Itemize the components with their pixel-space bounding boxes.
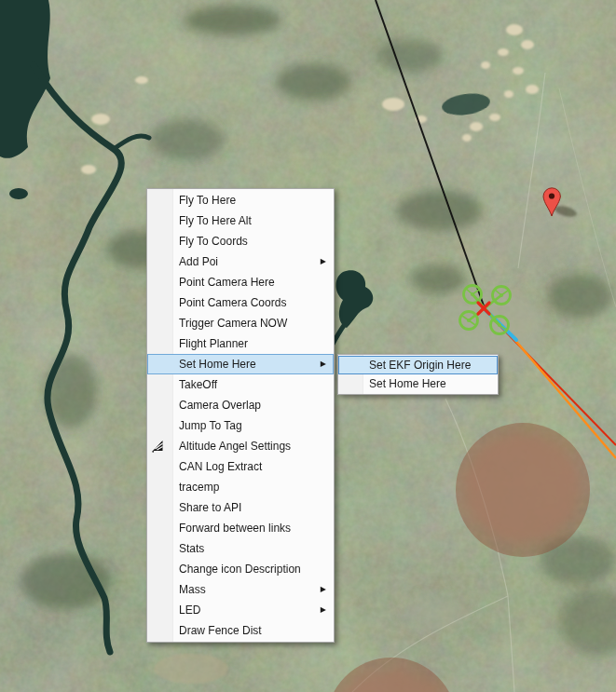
menu-item-label: Stats [179,542,204,555]
menu-item-label: Forward between links [179,522,291,535]
menu-item-point-camera-coords[interactable]: Point Camera Coords [147,292,334,313]
pin-center-dot [549,193,554,198]
menu-item-label: Point Camera Coords [179,296,286,309]
airspace-zone-1 [456,423,590,557]
menu-item-label: LED [179,604,200,617]
menu-item-share-to-api[interactable]: Share to API [147,497,334,518]
submenu-arrow-icon: ▶ [321,258,326,265]
map-context-menu: Fly To Here Fly To Here Alt Fly To Coord… [146,188,335,643]
menu-item-set-home-here[interactable]: Set Home Here ▶ [147,354,334,374]
menu-item-label: Add Poi [179,255,218,268]
menu-item-label: Set Home Here [179,358,256,371]
menu-item-jump-to-tag[interactable]: Jump To Tag [147,415,334,436]
submenu-item-label: Set EKF Origin Here [369,359,471,372]
menu-item-fly-to-coords[interactable]: Fly To Coords [147,231,334,251]
menu-item-label: tracemp [179,481,219,494]
submenu-arrow-icon: ▶ [321,360,326,368]
menu-item-altitude-angel-settings[interactable]: Altitude Angel Settings [147,436,334,456]
menu-item-flight-planner[interactable]: Flight Planner [147,333,334,354]
submenu-arrow-icon: ▶ [321,606,326,614]
menu-item-forward-between-links[interactable]: Forward between links [147,518,334,538]
menu-item-draw-fence-dist[interactable]: Draw Fence Dist [147,620,334,641]
menu-item-label: Flight Planner [179,337,248,350]
menu-item-label: Fly To Coords [179,235,248,248]
menu-item-can-log-extract[interactable]: CAN Log Extract [147,456,334,477]
menu-item-label: Trigger Camera NOW [179,317,287,330]
menu-item-trigger-camera-now[interactable]: Trigger Camera NOW [147,313,334,333]
menu-item-label: TakeOff [179,378,217,391]
menu-item-mass[interactable]: Mass ▶ [147,579,334,600]
menu-item-label: Camera Overlap [179,399,261,412]
menu-item-label: Fly To Here Alt [179,214,252,227]
menu-item-fly-to-here[interactable]: Fly To Here [147,190,334,210]
menu-item-camera-overlap[interactable]: Camera Overlap [147,395,334,415]
menu-item-takeoff[interactable]: TakeOff [147,374,334,395]
menu-item-add-poi[interactable]: Add Poi ▶ [147,251,334,272]
menu-item-label: Change icon Description [179,563,301,576]
menu-item-tracemp[interactable]: tracemp [147,477,334,497]
menu-item-stats[interactable]: Stats [147,538,334,559]
menu-item-fly-to-here-alt[interactable]: Fly To Here Alt [147,210,334,231]
mission-planner-map-view: Fly To Here Fly To Here Alt Fly To Coord… [0,0,616,692]
menu-item-label: Mass [179,583,206,596]
menu-item-label: Point Camera Here [179,276,275,289]
menu-item-label: Draw Fence Dist [179,624,262,637]
altitude-angel-icon [151,439,166,454]
menu-item-led[interactable]: LED ▶ [147,600,334,620]
menu-item-change-icon-description[interactable]: Change icon Description [147,559,334,579]
submenu-arrow-icon: ▶ [321,586,326,593]
menu-item-label: CAN Log Extract [179,460,262,473]
menu-item-label: Altitude Angel Settings [179,440,291,453]
menu-item-label: Share to API [179,501,241,514]
submenu-item-label: Set Home Here [369,377,446,390]
menu-item-point-camera-here[interactable]: Point Camera Here [147,272,334,292]
menu-item-label: Jump To Tag [179,419,242,432]
submenu-item-set-ekf-origin-here[interactable]: Set EKF Origin Here [338,356,498,374]
menu-item-label: Fly To Here [179,194,236,207]
set-home-submenu: Set EKF Origin Here Set Home Here [337,354,499,395]
submenu-item-set-home-here[interactable]: Set Home Here [338,374,498,393]
